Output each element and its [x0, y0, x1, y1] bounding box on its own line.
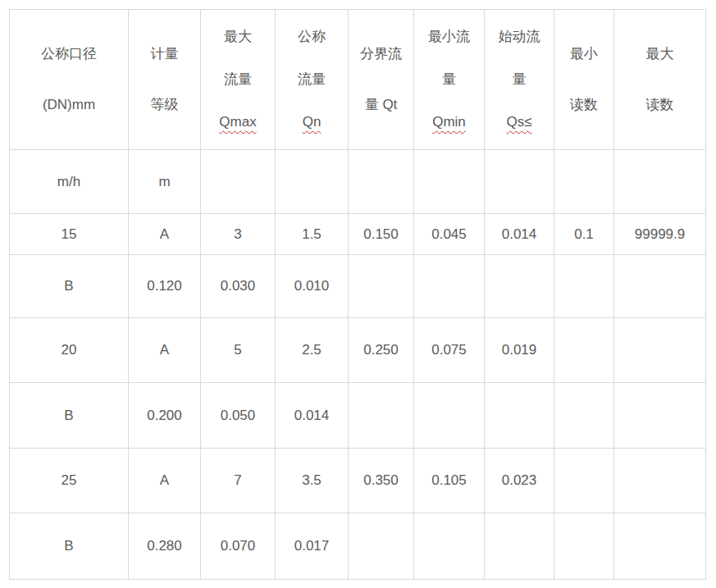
table-cell: 0.150 [349, 214, 414, 255]
col-transition-flow: 分界流量 Qt [349, 10, 414, 150]
header-line: 等级 [129, 80, 200, 130]
table-cell [554, 383, 614, 449]
header-line: 计量 [129, 29, 200, 80]
header-line: Qn [276, 101, 348, 144]
table-cell: A [129, 214, 201, 255]
header-line: (DN)mm [10, 80, 128, 130]
col-starting-flow: 始动流量Qs≤ [485, 10, 554, 150]
table-cell [349, 383, 414, 449]
col-max-reading: 最大读数 [614, 10, 706, 150]
header-line: 流量 [201, 58, 275, 101]
col-min-reading: 最小读数 [554, 10, 614, 150]
misspelled-text: Qs≤ [506, 114, 531, 130]
document-page: 公称口径(DN)mm计量等级最大流量Qmax公称流量Qn分界流量 Qt最小流量Q… [0, 0, 716, 588]
table-cell: 0.023 [485, 449, 554, 513]
table-row: B0.2800.0700.017 [10, 513, 706, 580]
header-line: 公称 [276, 16, 348, 58]
table-cell [614, 318, 706, 383]
table-cell [485, 383, 554, 449]
table-cell: 1.5 [276, 214, 349, 255]
table-cell [485, 150, 554, 214]
header-line: Qmax [201, 101, 275, 144]
table-cell: 0.030 [201, 255, 276, 318]
table-cell [414, 150, 485, 214]
table-cell [554, 318, 614, 383]
table-cell: 0.010 [276, 255, 349, 318]
table-cell: m [129, 150, 201, 214]
table-cell: 0.280 [129, 513, 201, 580]
table-cell: 0.350 [349, 449, 414, 513]
table-row: B0.2000.0500.014 [10, 383, 706, 449]
header-line: 读数 [614, 80, 705, 130]
table-cell: 0.075 [414, 318, 485, 383]
header-line: Qmin [414, 101, 484, 144]
col-metering-grade: 计量等级 [129, 10, 201, 150]
table-cell: 0.070 [201, 513, 276, 580]
header-line: 始动流 [485, 16, 554, 58]
table-row: 25A73.50.3500.1050.023 [10, 449, 706, 513]
table-cell [349, 513, 414, 580]
misspelled-text: Qn [303, 114, 322, 130]
table-cell [614, 255, 706, 318]
header-line: 量 [485, 58, 554, 101]
table-cell: 0.019 [485, 318, 554, 383]
table-cell: 0.045 [414, 214, 485, 255]
col-min-flow: 最小流量Qmin [414, 10, 485, 150]
col-nominal-flow: 公称流量Qn [276, 10, 349, 150]
table-cell: m/h [10, 150, 129, 214]
table-cell: 0.050 [201, 383, 276, 449]
header-line: Qs≤ [485, 101, 554, 144]
table-cell: B [10, 513, 129, 580]
table-cell [554, 449, 614, 513]
table-cell: B [10, 383, 129, 449]
table-cell: 25 [10, 449, 129, 513]
table-cell [614, 383, 706, 449]
col-max-flow: 最大流量Qmax [201, 10, 276, 150]
misspelled-text: Qmax [219, 114, 256, 130]
table-cell: 0.120 [129, 255, 201, 318]
header-line: 读数 [554, 80, 613, 130]
header-line: 最大 [201, 16, 275, 58]
header-line: 流量 [276, 58, 348, 101]
header-line: 公称口径 [10, 29, 128, 80]
col-nominal-diameter: 公称口径(DN)mm [10, 10, 129, 150]
header-row: 公称口径(DN)mm计量等级最大流量Qmax公称流量Qn分界流量 Qt最小流量Q… [10, 10, 706, 150]
table-cell [414, 383, 485, 449]
table-row: 20A52.50.2500.0750.019 [10, 318, 706, 383]
table-cell [201, 150, 276, 214]
table-cell: 0.105 [414, 449, 485, 513]
table-cell: 20 [10, 318, 129, 383]
header-line: 分界流 [349, 29, 413, 80]
table-cell: A [129, 449, 201, 513]
table-cell: 15 [10, 214, 129, 255]
table-cell: 0.250 [349, 318, 414, 383]
table-cell: 7 [201, 449, 276, 513]
table-cell: 0.014 [485, 214, 554, 255]
table-cell [414, 255, 485, 318]
table-cell [485, 255, 554, 318]
table-cell: 3 [201, 214, 276, 255]
table-cell [349, 150, 414, 214]
header-line: 量 [414, 58, 484, 101]
water-meter-spec-table: 公称口径(DN)mm计量等级最大流量Qmax公称流量Qn分界流量 Qt最小流量Q… [9, 9, 706, 580]
header-line: 量 Qt [349, 80, 413, 130]
table-cell: A [129, 318, 201, 383]
table-cell: B [10, 255, 129, 318]
table-cell: 5 [201, 318, 276, 383]
table-cell: 0.1 [554, 214, 614, 255]
table-cell [614, 449, 706, 513]
table-cell [276, 150, 349, 214]
table-cell [554, 513, 614, 580]
table-cell: 0.200 [129, 383, 201, 449]
misspelled-text: Qmin [432, 114, 466, 130]
header-line: 最小流 [414, 16, 484, 58]
table-body: m/hm15A31.50.1500.0450.0140.199999.9B0.1… [10, 150, 706, 580]
table-cell [614, 150, 706, 214]
table-row: 15A31.50.1500.0450.0140.199999.9 [10, 214, 706, 255]
table-row: B0.1200.0300.010 [10, 255, 706, 318]
table-cell: 0.014 [276, 383, 349, 449]
table-cell [485, 513, 554, 580]
table-cell: 3.5 [276, 449, 349, 513]
table-cell: 99999.9 [614, 214, 706, 255]
header-line: 最小 [554, 29, 613, 80]
